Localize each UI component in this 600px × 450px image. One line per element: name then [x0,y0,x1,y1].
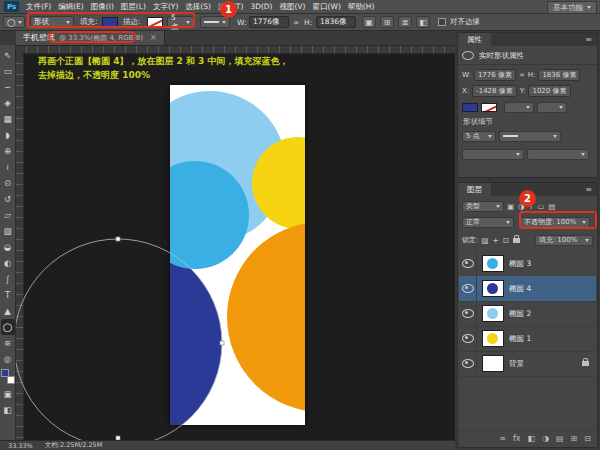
path-operations-icon[interactable]: ▣ [362,16,376,28]
shape-height-field[interactable]: 1836 像素 [538,69,580,81]
type-tool[interactable]: T [1,287,15,303]
layer-thumbnail[interactable] [482,255,504,272]
menu-help[interactable]: 帮助(H) [348,2,375,12]
lock-paint-icon[interactable]: + [492,236,498,245]
crop-tool[interactable]: ▦ [1,111,15,127]
lasso-tool[interactable]: ∽ [1,79,15,95]
stroke-corner-dropdown[interactable] [527,149,589,160]
link-layers-icon[interactable]: ∞ [499,434,506,443]
zoom-level[interactable]: 33.33% [8,442,33,450]
clone-stamp-tool[interactable]: ⊙ [1,175,15,191]
visibility-toggle[interactable] [459,301,477,326]
menu-3d[interactable]: 3D(D) [250,2,272,11]
layer-row-ellipse-2[interactable]: 椭圆 2 [459,301,596,327]
layer-style-icon[interactable]: fx [513,434,521,443]
blend-mode-dropdown[interactable]: 正常 [462,217,514,228]
height-input[interactable]: 1836像 [316,16,356,28]
lock-position-icon[interactable]: ⊡ [503,236,509,245]
filter-shape-icon[interactable]: ▭ [537,202,544,211]
new-layer-icon[interactable]: ⊞ [571,434,578,443]
layer-row-background[interactable]: 背景 [459,351,596,377]
close-tab-icon[interactable]: × [150,33,157,42]
visibility-toggle[interactable] [459,326,477,351]
brush-tool[interactable]: ≀ [1,159,15,175]
canvas-area[interactable]: 再画个正圆【椭圆 4】，放在图层 2 和 3 中间，填充深蓝色， 去掉描边，不透… [16,45,455,440]
layer-thumbnail[interactable] [482,330,504,347]
path-select-tool[interactable]: ▲ [1,303,15,319]
ellipse-tool[interactable]: ◯ [1,319,15,335]
healing-brush-tool[interactable]: ⊕ [1,143,15,159]
stroke-width-field[interactable]: 5 点 [462,131,496,142]
width-input[interactable]: 1776像 [249,16,289,28]
quick-mask-button[interactable]: ▣ [1,386,15,402]
path-arrange-icon[interactable]: ≣ [398,16,412,28]
screen-mode-button[interactable]: ◧ [1,402,15,418]
stroke-type-dropdown[interactable] [499,131,561,142]
tool-preset-picker[interactable]: ◯ [3,16,25,28]
filter-smart-object-icon[interactable]: ▤ [548,202,555,211]
stroke-cap-dropdown[interactable] [462,149,524,160]
menu-type[interactable]: 文字(Y) [153,2,178,12]
delete-layer-icon[interactable]: ⊟ [584,434,591,443]
marquee-tool[interactable]: ▭ [1,63,15,79]
menu-file[interactable]: 文件(F) [26,2,51,12]
history-brush-tool[interactable]: ↺ [1,191,15,207]
anchor-point-right[interactable] [220,341,224,345]
lock-all-icon[interactable] [513,238,520,243]
dodge-tool[interactable]: ◐ [1,255,15,271]
visibility-toggle[interactable] [459,251,477,276]
eyedropper-tool[interactable]: ◗ [1,127,15,143]
color-swatches[interactable] [1,369,15,384]
gradient-tool[interactable]: ▨ [1,223,15,239]
layer-row-ellipse-1[interactable]: 椭圆 1 [459,326,596,352]
layer-thumbnail[interactable] [482,305,504,322]
lock-transparent-icon[interactable]: ▨ [481,236,488,245]
menu-edit[interactable]: 编辑(E) [58,2,84,12]
blur-tool[interactable]: ◒ [1,239,15,255]
adjustment-layer-icon[interactable]: ◑ [542,434,549,443]
align-edges-checkbox[interactable] [438,18,446,26]
tab-layers[interactable]: 图层 [458,183,491,196]
shape-width-field[interactable]: 1776 像素 [474,69,516,81]
stroke-style-dropdown[interactable] [200,16,230,28]
layer-mask-icon[interactable]: ◧ [527,434,535,443]
menu-window[interactable]: 窗口(W) [313,2,341,12]
visibility-toggle[interactable] [459,276,477,301]
path-alignment-icon[interactable]: ⊞ [380,16,394,28]
gear-icon[interactable]: ◧ [416,16,430,28]
eraser-tool[interactable]: ▱ [1,207,15,223]
hand-tool[interactable]: ≋ [1,335,15,351]
link-icon[interactable]: ∞ [519,71,525,79]
layer-thumbnail[interactable] [482,280,504,297]
stroke-align-dropdown[interactable] [537,102,567,113]
shape-x-field[interactable]: -1428 像素 [472,85,517,97]
fill-opacity-control[interactable]: 填充: 100% [535,235,593,246]
tab-properties[interactable]: 属性 [458,33,491,46]
layer-filter-dropdown[interactable]: 类型 [462,201,504,212]
menu-image[interactable]: 图像(I) [91,2,114,12]
panel-menu-icon[interactable]: ≡ [580,33,597,46]
anchor-point-top[interactable] [116,237,120,241]
layer-row-ellipse-3[interactable]: 椭圆 3 [459,251,596,277]
menu-layer[interactable]: 图层(L) [121,2,146,12]
layer-thumbnail[interactable] [482,355,504,372]
layer-group-icon[interactable]: ▤ [556,434,564,443]
link-icon[interactable]: ∞ [293,16,299,28]
quick-select-tool[interactable]: ◈ [1,95,15,111]
menu-select[interactable]: 选择(S) [185,2,211,12]
layer-row-ellipse-4[interactable]: 椭圆 4 [459,276,596,302]
visibility-toggle[interactable] [459,351,477,376]
background-color-swatch[interactable] [7,376,15,384]
zoom-tool[interactable]: ◎ [1,351,15,367]
workspace-switcher[interactable]: 基本功能 [547,1,597,14]
shape-y-field[interactable]: 1020 像素 [528,85,570,97]
stroke-color-chip[interactable] [481,103,497,112]
panel-menu-icon[interactable]: ≡ [580,183,597,196]
stroke-option-dropdown[interactable] [504,102,534,113]
move-tool[interactable]: ⇖ [1,47,15,63]
foreground-color-swatch[interactable] [1,369,9,377]
menu-view[interactable]: 视图(V) [280,2,306,12]
fill-color-chip[interactable] [462,103,478,112]
filter-pixel-icon[interactable]: ▣ [507,202,514,211]
pen-tool[interactable]: ∫ [1,271,15,287]
